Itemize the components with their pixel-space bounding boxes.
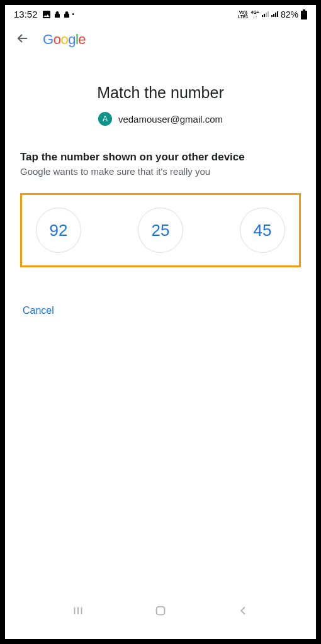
phone-screen: 13:52 • Vo)) LTE1 4G+ ↓↑: [5, 5, 316, 639]
app-bar: Google: [5, 22, 316, 53]
status-left: 13:52 •: [14, 9, 74, 19]
number-option-3[interactable]: 45: [240, 208, 285, 253]
svg-rect-0: [301, 11, 307, 19]
svg-rect-1: [303, 9, 305, 11]
battery-percentage: 82%: [281, 9, 298, 19]
more-dot-icon: •: [72, 11, 75, 18]
number-options-box: 92 25 45: [20, 193, 301, 267]
google-logo: Google: [43, 31, 86, 48]
signal-icon: [271, 11, 278, 17]
recents-button[interactable]: [71, 604, 85, 620]
battery-icon: [301, 9, 307, 19]
home-button[interactable]: [154, 604, 167, 620]
page-title: Match the number: [20, 84, 301, 102]
system-nav-bar: [5, 591, 316, 639]
volte-icon: Vo)) LTE1: [238, 10, 249, 19]
email-text: vedamouser@gmail.com: [118, 114, 223, 125]
picture-icon: [42, 9, 52, 19]
number-option-1[interactable]: 92: [36, 208, 81, 253]
lock-icon: [54, 10, 61, 19]
status-right: Vo)) LTE1 4G+ ↓↑ 82%: [238, 9, 307, 19]
account-identifier[interactable]: A vedamouser@gmail.com: [20, 112, 301, 126]
svg-rect-5: [157, 607, 165, 615]
lock-icon: [63, 10, 70, 19]
cancel-button[interactable]: Cancel: [20, 300, 57, 321]
notification-icons: •: [42, 9, 75, 19]
signal-icon: [262, 11, 269, 17]
clock: 13:52: [14, 9, 38, 19]
back-button[interactable]: [15, 31, 30, 48]
back-button[interactable]: [236, 604, 250, 620]
status-bar: 13:52 • Vo)) LTE1 4G+ ↓↑: [5, 5, 316, 22]
network-4g-icon: 4G+ ↓↑: [251, 10, 259, 19]
main-content: Match the number A vedamouser@gmail.com …: [5, 53, 316, 591]
avatar: A: [98, 112, 112, 126]
number-option-2[interactable]: 25: [138, 208, 183, 253]
instruction-heading: Tap the number shown on your other devic…: [20, 151, 301, 164]
instruction-subtext: Google wants to make sure that it's real…: [20, 166, 301, 177]
